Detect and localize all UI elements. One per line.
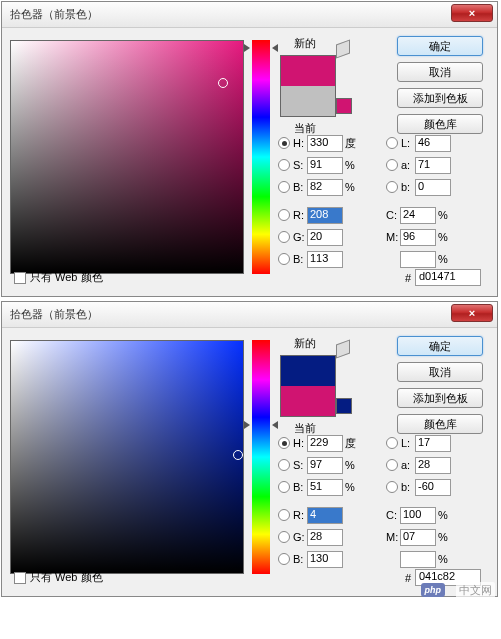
r-label: R: <box>293 209 307 221</box>
hue-slider[interactable] <box>252 340 270 574</box>
a-input[interactable]: 71 <box>415 157 451 174</box>
h-radio[interactable] <box>278 437 290 449</box>
hue-indicator-left-icon <box>244 44 250 52</box>
right-panel: 新的 当前 确定 取消 添加到色板 <box>274 336 489 588</box>
b-label: B: <box>293 481 307 493</box>
l-radio[interactable] <box>386 137 398 149</box>
color-preview <box>280 55 336 117</box>
g-radio[interactable] <box>278 231 290 243</box>
s-unit: % <box>345 159 361 171</box>
a-radio[interactable] <box>386 159 398 171</box>
titlebar[interactable]: 拾色器（前景色） × <box>2 2 497 28</box>
h-input[interactable]: 330 <box>307 135 343 152</box>
web-only-checkbox[interactable] <box>14 272 26 284</box>
h-unit: 度 <box>345 436 361 451</box>
a-input[interactable]: 28 <box>415 457 451 474</box>
m-input[interactable]: 07 <box>400 529 436 546</box>
saturation-value-area[interactable] <box>10 340 244 574</box>
g-input[interactable]: 28 <box>307 529 343 546</box>
titlebar[interactable]: 拾色器（前景色） × <box>2 302 497 328</box>
hue-slider[interactable] <box>252 40 270 274</box>
add-swatch-button[interactable]: 添加到色板 <box>397 88 483 108</box>
cancel-button[interactable]: 取消 <box>397 62 483 82</box>
new-color-swatch[interactable] <box>281 56 335 86</box>
cube-icon[interactable] <box>336 342 352 358</box>
cancel-button[interactable]: 取消 <box>397 362 483 382</box>
web-only-checkbox[interactable] <box>14 572 26 584</box>
button-column: 确定 取消 添加到色板 颜色库 <box>397 36 487 140</box>
saturation-value-area[interactable] <box>10 40 244 274</box>
h-unit: 度 <box>345 136 361 151</box>
s-radio[interactable] <box>278 159 290 171</box>
s-radio[interactable] <box>278 459 290 471</box>
current-color-swatch[interactable] <box>281 386 335 416</box>
l-input[interactable]: 17 <box>415 435 451 452</box>
h-label: H: <box>293 437 307 449</box>
b-unit: % <box>345 481 361 493</box>
small-swatch[interactable] <box>336 98 352 114</box>
close-button[interactable]: × <box>451 304 493 322</box>
new-color-swatch[interactable] <box>281 356 335 386</box>
h-radio[interactable] <box>278 137 290 149</box>
a-radio[interactable] <box>386 459 398 471</box>
m-input[interactable]: 96 <box>400 229 436 246</box>
c-input[interactable]: 24 <box>400 207 436 224</box>
lab-b-input[interactable]: -60 <box>415 479 451 496</box>
g-radio[interactable] <box>278 531 290 543</box>
a-label: a: <box>401 459 415 471</box>
b-radio[interactable] <box>278 181 290 193</box>
add-swatch-button[interactable]: 添加到色板 <box>397 388 483 408</box>
rgb-b-input[interactable]: 130 <box>307 551 343 568</box>
bottom-row: 只有 Web 颜色 # 041c82 <box>2 569 489 592</box>
ok-button[interactable]: 确定 <box>397 36 483 56</box>
close-button[interactable]: × <box>451 4 493 22</box>
m-unit: % <box>438 231 454 243</box>
r-input[interactable]: 4 <box>307 507 343 524</box>
color-library-button[interactable]: 颜色库 <box>397 414 483 434</box>
b-radio[interactable] <box>278 481 290 493</box>
c-unit: % <box>438 509 454 521</box>
current-color-swatch[interactable] <box>281 86 335 116</box>
rgb-b-radio[interactable] <box>278 253 290 265</box>
rgb-b-label: B: <box>293 253 307 265</box>
y-input[interactable] <box>400 551 436 568</box>
m-unit: % <box>438 531 454 543</box>
y-unit: % <box>438 553 454 565</box>
cube-icon[interactable] <box>336 42 352 58</box>
r-label: R: <box>293 509 307 521</box>
color-library-button[interactable]: 颜色库 <box>397 114 483 134</box>
hex-hash: # <box>405 272 411 284</box>
lab-b-label: b: <box>401 481 415 493</box>
c-input[interactable]: 100 <box>400 507 436 524</box>
hue-indicator-left-icon <box>244 421 250 429</box>
watermark: 中文网 <box>456 582 495 599</box>
sv-picker-circle[interactable] <box>233 450 243 460</box>
l-radio[interactable] <box>386 437 398 449</box>
l-label: L: <box>401 137 415 149</box>
y-input[interactable] <box>400 251 436 268</box>
sv-picker-circle[interactable] <box>218 78 228 88</box>
c-label: C: <box>386 209 400 221</box>
right-panel: 新的 当前 确定 取消 添加到色板 <box>274 36 489 288</box>
value-fields: H: 229 度 L: 17 S: <box>278 432 487 570</box>
s-input[interactable]: 97 <box>307 457 343 474</box>
lab-b-radio[interactable] <box>386 481 398 493</box>
small-swatch[interactable] <box>336 398 352 414</box>
b-input[interactable]: 82 <box>307 179 343 196</box>
a-label: a: <box>401 159 415 171</box>
lab-b-radio[interactable] <box>386 181 398 193</box>
close-icon: × <box>469 307 475 319</box>
l-input[interactable]: 46 <box>415 135 451 152</box>
r-radio[interactable] <box>278 509 290 521</box>
lab-b-input[interactable]: 0 <box>415 179 451 196</box>
rgb-b-input[interactable]: 113 <box>307 251 343 268</box>
r-input[interactable]: 208 <box>307 207 343 224</box>
g-input[interactable]: 20 <box>307 229 343 246</box>
r-radio[interactable] <box>278 209 290 221</box>
s-input[interactable]: 91 <box>307 157 343 174</box>
h-input[interactable]: 229 <box>307 435 343 452</box>
rgb-b-radio[interactable] <box>278 553 290 565</box>
hex-input[interactable]: d01471 <box>415 269 481 286</box>
ok-button[interactable]: 确定 <box>397 336 483 356</box>
b-input[interactable]: 51 <box>307 479 343 496</box>
